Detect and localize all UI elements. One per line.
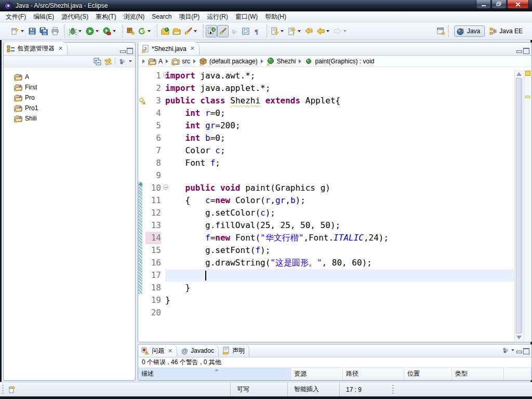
breadcrumb-item-0[interactable]: JA (148, 57, 163, 65)
code-line-20[interactable]: 20 (138, 307, 514, 319)
line-number-14[interactable]: 14 (145, 232, 161, 244)
print-button[interactable] (49, 25, 61, 37)
restore-button[interactable] (491, 0, 507, 9)
line-number-8[interactable]: 8 (145, 157, 161, 169)
close-button[interactable] (507, 0, 529, 9)
breadcrumb-item-3[interactable]: Shezhi (267, 57, 296, 65)
open-type-button[interactable] (159, 25, 171, 37)
dots-faded-button[interactable] (229, 25, 240, 37)
code-line-9[interactable]: 9 (138, 169, 514, 182)
line-number-5[interactable]: 5 (145, 119, 161, 132)
vertical-scrollbar[interactable] (514, 70, 523, 342)
line-number-16[interactable]: 16 (145, 257, 161, 269)
view-menu-icon[interactable] (118, 57, 126, 65)
forward-button[interactable] (332, 25, 349, 37)
column-header-0[interactable]: 描述 (138, 368, 291, 380)
dropdown-arrow-icon[interactable] (326, 30, 329, 32)
menu-item-3[interactable]: 重构(T) (92, 11, 119, 22)
line-number-13[interactable]: 13 (145, 219, 161, 232)
code-line-12[interactable]: 12 g.setColor(c); (138, 207, 514, 219)
dropdown-arrow-icon[interactable] (148, 30, 151, 32)
code-line-10[interactable]: 10 public void paint(Graphics g) (138, 182, 514, 194)
perspective-java-ee-button[interactable]: Java EE (487, 26, 527, 36)
problems-tab-0[interactable]: 问题✕ (138, 344, 177, 357)
line-number-7[interactable]: 7 (145, 144, 161, 157)
dropdown-arrow-icon[interactable] (113, 30, 116, 32)
code-line-5[interactable]: 5 int gr=200; (138, 119, 514, 132)
code-line-16[interactable]: 16 g.drawString("这是圆形。", 80, 60); (138, 257, 514, 269)
fast-view-icon[interactable] (8, 385, 16, 394)
minimize-editor-icon[interactable] (516, 48, 522, 52)
annotation-severity-icon[interactable] (525, 71, 530, 76)
last-edit-button[interactable] (303, 25, 315, 37)
tree-item-shili[interactable]: JShili (4, 113, 135, 124)
menu-item-6[interactable]: 项目(P) (175, 11, 203, 22)
line-number-4[interactable]: 4 (145, 107, 161, 119)
open-resource-button[interactable] (171, 25, 182, 37)
link-editor-icon[interactable] (104, 57, 112, 65)
highlight-brush-button[interactable] (217, 25, 229, 37)
menu-item-0[interactable]: 文件(F) (2, 11, 30, 22)
run-button[interactable] (84, 25, 101, 37)
column-header-2[interactable]: 路径 (343, 368, 404, 380)
block-selection-button[interactable] (240, 25, 251, 37)
code-line-19[interactable]: 19} (138, 294, 514, 307)
dropdown-arrow-icon[interactable] (281, 30, 284, 32)
code-line-8[interactable]: 8 Font f; (138, 157, 514, 169)
mark-occurrences-button[interactable]: C (206, 25, 217, 37)
minimize-button[interactable] (476, 0, 491, 9)
brush-button[interactable] (182, 25, 200, 37)
minimize-view-icon[interactable] (516, 348, 522, 353)
problems-tab-1[interactable]: @Javadoc (177, 344, 219, 357)
prev-annotation-button[interactable] (286, 25, 303, 37)
dropdown-arrow-icon[interactable] (21, 30, 24, 32)
package-explorer-tab[interactable]: 包资源管理器 ✕ (4, 42, 68, 55)
line-number-9[interactable]: 9 (145, 169, 161, 182)
code-line-17[interactable]: 17 (138, 269, 514, 282)
menu-item-2[interactable]: 源代码(S) (58, 11, 92, 22)
scroll-down-icon[interactable] (516, 336, 522, 339)
line-number-18[interactable]: 18 (145, 282, 161, 294)
line-number-2[interactable]: 2 (145, 82, 161, 95)
view-menu-icon[interactable] (501, 346, 510, 354)
maximize-view-icon[interactable] (523, 348, 529, 353)
column-header-4[interactable]: 类型 (452, 368, 504, 380)
column-header-1[interactable]: 资源 (291, 368, 343, 380)
line-number-20[interactable]: 20 (145, 307, 161, 319)
line-number-6[interactable]: 6 (145, 132, 161, 144)
line-number-3[interactable]: 3 (145, 95, 161, 107)
maximize-view-icon[interactable] (127, 48, 132, 52)
view-menu-dropdown-icon[interactable] (129, 60, 132, 62)
code-line-11[interactable]: 11 { c=new Color(r,gr,b); (138, 194, 514, 207)
dropdown-arrow-icon[interactable] (298, 30, 301, 32)
breadcrumb-item-4[interactable]: paint(Graphics) : void (304, 57, 374, 65)
save-button[interactable] (26, 25, 38, 37)
dropdown-arrow-icon[interactable] (78, 30, 82, 32)
scrollbar-thumb[interactable] (516, 78, 522, 334)
perspective-java-button[interactable]: JJava (454, 25, 485, 37)
refresh-button[interactable] (136, 25, 153, 37)
maximize-editor-icon[interactable] (523, 48, 529, 52)
code-line-1[interactable]: 1import java.awt.*; (138, 70, 514, 82)
save-all-button[interactable] (38, 25, 49, 37)
run-coverage-button[interactable] (101, 25, 118, 37)
code-editor[interactable]: 1import java.awt.*;2import java.applet.*… (138, 68, 531, 342)
code-line-13[interactable]: 13 g.fillOval(25, 25, 50, 50); (138, 219, 514, 232)
dropdown-arrow-icon[interactable] (343, 30, 347, 32)
warning-marker[interactable] (525, 96, 530, 98)
code-line-4[interactable]: 4 int r=0; (138, 107, 514, 119)
next-annotation-button[interactable] (269, 25, 286, 37)
line-number-1[interactable]: 1 (145, 70, 161, 82)
menu-item-8[interactable]: 窗口(W) (232, 11, 261, 22)
tree-item-first[interactable]: JFirst (4, 82, 135, 92)
menu-item-9[interactable]: 帮助(H) (261, 11, 290, 22)
code-line-3[interactable]: 3public class Shezhi extends Applet{ (138, 95, 514, 107)
tree-item-pro1[interactable]: JPro1 (4, 103, 135, 113)
code-line-15[interactable]: 15 g.setFont(f); (138, 244, 514, 257)
dropdown-arrow-icon[interactable] (194, 30, 197, 32)
line-number-17[interactable]: 17 (145, 269, 161, 282)
problems-tab-2[interactable]: 声明 (219, 344, 249, 357)
collapse-all-icon[interactable] (93, 57, 101, 65)
code-line-14[interactable]: 14 f=new Font("华文行楷",Font.ITALIC,24); (138, 232, 514, 244)
show-whitespace-button[interactable]: ¶ (251, 25, 263, 37)
